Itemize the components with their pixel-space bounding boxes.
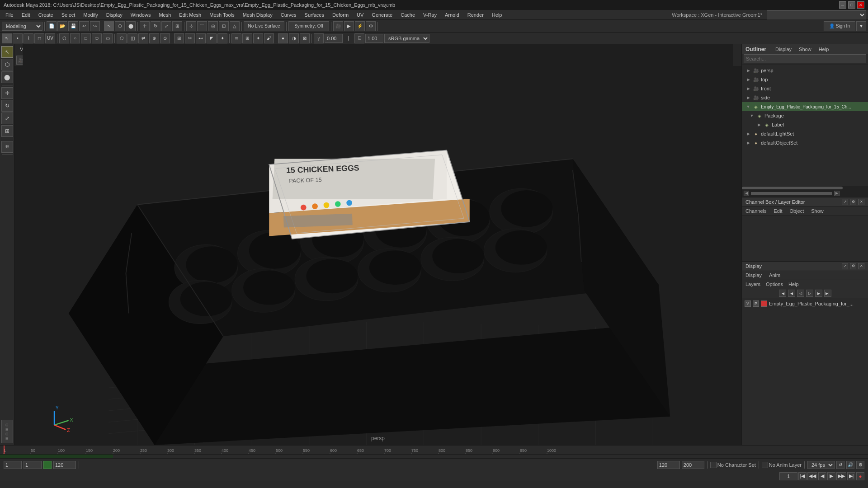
layers-tab[interactable]: Layers — [744, 281, 762, 288]
soft-select-icon[interactable]: ≋ — [1, 141, 13, 153]
outliner-item-main-mesh[interactable]: ▼ ◈ Empty_Egg_Plastic_Packaging_for_15_C… — [742, 102, 868, 111]
outliner-item-label[interactable]: ▶ ◈ Label — [742, 120, 868, 129]
layer-play-back[interactable]: ◀ — [788, 290, 795, 297]
channel-box-btn-3[interactable]: ✕ — [858, 199, 864, 205]
bevel-button[interactable]: ◫ — [127, 33, 137, 43]
render-settings-button[interactable]: ⚙ — [366, 21, 376, 31]
scroll-right-btn[interactable]: ▶ — [834, 191, 840, 196]
select-mode-button[interactable]: ↖ — [2, 33, 12, 43]
ch-tab-show[interactable]: Show — [809, 207, 826, 215]
layer-item-main[interactable]: V P Empty_Egg_Plastic_Packaging_for_... — [743, 299, 867, 308]
refresh-btn[interactable]: ↺ — [836, 461, 844, 469]
face-mode-button[interactable]: ◻ — [34, 33, 44, 43]
paint-tool-icon[interactable]: ⬤ — [1, 71, 13, 83]
playback-end-input[interactable] — [682, 461, 704, 469]
layer-vis-btn[interactable]: V — [745, 300, 751, 307]
layer-play-begin[interactable]: |◀ — [779, 290, 786, 297]
viewport[interactable]: View Shading Lighting Show Renderer Pane… — [14, 44, 741, 445]
outliner-tab-show[interactable]: Show — [797, 46, 813, 53]
display-shader-button[interactable]: ◑ — [289, 33, 299, 43]
display-cluster-icon[interactable]: ⊞ ⊞ ⊞ ⊞ — [1, 420, 13, 443]
universal-tool-icon[interactable]: ⊞ — [1, 125, 13, 137]
render-button[interactable]: ▶ — [344, 21, 354, 31]
horizontal-scrollbar[interactable] — [751, 192, 832, 195]
menu-mesh-tools[interactable]: Mesh Tools — [206, 11, 238, 19]
display-tab-anim[interactable]: Anim — [767, 272, 782, 279]
audio-btn[interactable]: 🔊 — [846, 461, 854, 469]
rotate-tool-icon[interactable]: ↻ — [1, 100, 13, 112]
outliner-tab-display[interactable]: Display — [774, 46, 793, 53]
insert-loop-button[interactable]: ⊞ — [174, 33, 184, 43]
lasso-select-button[interactable]: ⬡ — [115, 21, 125, 31]
layer-color-swatch[interactable] — [761, 300, 767, 307]
outliner-hscroll-thumb[interactable] — [742, 187, 843, 189]
scale-tool-button[interactable]: ⤢ — [161, 21, 171, 31]
symmetry-button[interactable]: Symmetry: Off — [288, 21, 329, 31]
extrude-button[interactable]: ⬡ — [117, 33, 127, 43]
snap-view-button[interactable]: ⊡ — [219, 21, 229, 31]
menu-render[interactable]: Render — [464, 11, 487, 19]
ipr-button[interactable]: ⚡ — [355, 21, 365, 31]
menu-deform[interactable]: Deform — [329, 11, 352, 19]
outliner-item-light-set[interactable]: ▶ ● defaultLightSet — [742, 129, 868, 138]
menu-file[interactable]: File — [2, 11, 17, 19]
menu-vray[interactable]: V-Ray — [420, 11, 440, 19]
display-ctrl-1[interactable]: ↗ — [842, 263, 848, 269]
menu-modify[interactable]: Modify — [80, 11, 101, 19]
ch-tab-object[interactable]: Object — [788, 207, 806, 215]
snap-grid-button[interactable]: ⊹ — [186, 21, 196, 31]
layer-play-key-back[interactable]: ◁ — [797, 290, 804, 297]
layer-ref-btn[interactable]: P — [753, 300, 759, 307]
gamma-input[interactable] — [325, 34, 343, 43]
layer-play-key-fwd[interactable]: ▷ — [806, 290, 813, 297]
live-surface-button[interactable]: No Live Surface — [244, 21, 284, 31]
cluster-button[interactable]: ✦ — [253, 33, 263, 43]
display-tab-display[interactable]: Display — [744, 272, 764, 279]
sign-in-dropdown[interactable]: ▼ — [856, 21, 866, 31]
menu-generate[interactable]: Generate — [368, 11, 396, 19]
poke-button[interactable]: ✦ — [217, 33, 227, 43]
mode-dropdown[interactable]: Modeling — [2, 22, 42, 31]
menu-create[interactable]: Create — [35, 11, 57, 19]
help-tab-display[interactable]: Help — [787, 281, 801, 288]
outliner-item-side[interactable]: ▶ 🎥 side — [742, 93, 868, 102]
camera-options-button[interactable]: 🎥 — [333, 21, 343, 31]
outliner-item-top[interactable]: ▶ 🎥 top — [742, 75, 868, 84]
cube-button[interactable]: □ — [81, 33, 91, 43]
polygon-button[interactable]: ⬡ — [59, 33, 69, 43]
outliner-item-front[interactable]: ▶ 🎥 front — [742, 84, 868, 93]
display-texture-button[interactable]: ⊠ — [300, 33, 310, 43]
scale-tool-icon[interactable]: ⤢ — [1, 113, 13, 124]
pb-prev-key[interactable]: ◀ — [818, 472, 826, 480]
playhead[interactable] — [4, 446, 5, 455]
menu-edit-mesh[interactable]: Edit Mesh — [175, 11, 205, 19]
pb-goto-start[interactable]: |◀ — [798, 472, 807, 480]
pb-goto-end[interactable]: ▶| — [847, 472, 855, 480]
open-file-button[interactable]: 📂 — [57, 21, 67, 31]
outliner-item-persp[interactable]: ▶ 🎥 persp — [742, 66, 868, 75]
plane-button[interactable]: ▭ — [103, 33, 113, 43]
end-frame-input[interactable] — [53, 461, 76, 469]
start-frame-input[interactable] — [4, 461, 22, 469]
anim-layer-indicator[interactable] — [762, 462, 768, 468]
universal-manip-button[interactable]: ⊞ — [172, 21, 182, 31]
menu-curves[interactable]: Curves — [277, 11, 300, 19]
pb-step-back[interactable]: ◀◀ — [807, 472, 817, 480]
current-frame-right-input[interactable] — [779, 472, 797, 480]
menu-select[interactable]: Select — [58, 11, 79, 19]
snap-curve-button[interactable]: ⌒ — [197, 21, 207, 31]
multi-cut-button[interactable]: ✂ — [185, 33, 195, 43]
channel-box-btn-1[interactable]: ↗ — [842, 199, 848, 205]
save-file-button[interactable]: 💾 — [68, 21, 78, 31]
move-tool-icon[interactable]: ✛ — [1, 87, 13, 99]
playback-region[interactable] — [0, 455, 868, 458]
connect-tool-button[interactable]: ⊷ — [196, 33, 206, 43]
menu-uv[interactable]: UV — [353, 11, 367, 19]
fps-dropdown[interactable]: 24 fps 30 fps — [807, 461, 835, 469]
pb-next-key[interactable]: ▶▶ — [836, 472, 846, 480]
select-tool-button[interactable]: ↖ — [104, 21, 114, 31]
current-frame-input[interactable] — [24, 461, 42, 469]
snap-surface-button[interactable]: △ — [230, 21, 240, 31]
wedge-button[interactable]: ◤ — [207, 33, 217, 43]
options-tab[interactable]: Options — [764, 281, 785, 288]
